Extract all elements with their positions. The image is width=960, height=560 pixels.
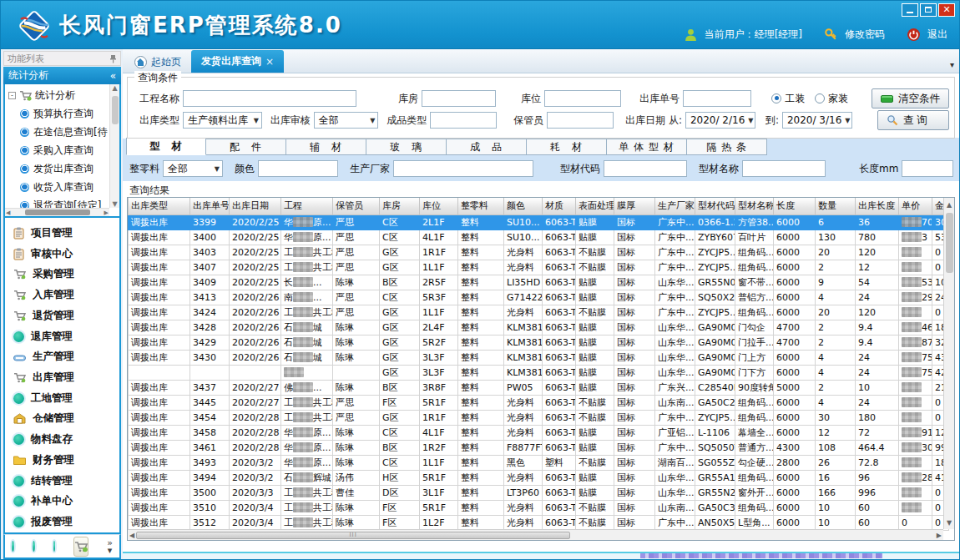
overflow-button[interactable]: »▾ — [107, 539, 113, 554]
color-input[interactable] — [258, 160, 338, 177]
tab-close-icon[interactable]: × — [265, 56, 274, 68]
scroll-left-icon[interactable]: ◀ — [6, 209, 10, 216]
column-header[interactable]: 出库日期 — [230, 198, 281, 214]
pin-icon[interactable] — [109, 54, 117, 63]
group-bar-statistics[interactable]: 统计分析 « — [3, 67, 121, 84]
sidebar-item-生产管理[interactable]: 生产管理 — [13, 346, 119, 367]
order-no-input[interactable] — [683, 90, 751, 107]
sidebar-item-出库管理[interactable]: 出库管理 — [13, 367, 119, 388]
table-row[interactable]: 调拨出库35122020/3/4工共工程陈琳F区1L2F整料光身料6063-T5… — [129, 515, 949, 530]
column-header[interactable]: 颜色 — [504, 198, 543, 214]
table-row[interactable]: 调拨出库34452020/2/27工共工程严思F区5R1F整料光身料6063-T… — [129, 395, 949, 410]
radio-gongzhuang[interactable]: 工装 — [771, 92, 805, 106]
table-row[interactable]: 调拨出库34242020/2/26工共工程严思G区1L1F整料光身料6063-T… — [129, 305, 949, 320]
table-row[interactable]: 调拨出库34072020/2/25工共工程严思G区1L1F整料光身料6063-T… — [129, 260, 949, 275]
tree-item[interactable]: 预算执行查询 — [8, 104, 109, 123]
sidebar-item-退库管理[interactable]: 退库管理 — [13, 326, 119, 347]
column-header[interactable]: 库房 — [380, 198, 420, 214]
scroll-up-icon[interactable]: ▲ — [947, 198, 952, 211]
table-row[interactable]: 调拨出库34372020/2/27佛...陈琳B区3R8F整料PW056063-… — [129, 380, 949, 395]
radio-jiazhuang[interactable]: 家装 — [815, 92, 848, 106]
sidebar-item-补单中心[interactable]: 补单中心 — [13, 492, 119, 512]
sidebar-item-结转管理[interactable]: 结转管理 — [13, 471, 119, 492]
minimize-button[interactable] — [902, 3, 918, 17]
tree-item[interactable]: 在途信息查询[待 — [8, 123, 109, 141]
material-tab-4[interactable]: 玻 璃 — [366, 139, 447, 155]
table-row[interactable]: 调拨出库33992020/2/25华原...严思C区2L1F整料SU10...6… — [129, 214, 949, 230]
logout-link[interactable]: 退出 — [927, 28, 947, 42]
outbound-type-select[interactable]: 生产领料出库▼ — [183, 112, 262, 129]
scroll-down-icon[interactable]: ▼ — [112, 200, 117, 208]
length-input[interactable] — [902, 160, 953, 177]
tree-root-statistics[interactable]: - 统计分析 — [8, 86, 109, 104]
tab-shipment-query[interactable]: 发货出库查询 × — [191, 50, 284, 73]
tabbar-dropdown-icon[interactable]: ▾ — [950, 60, 954, 69]
column-header[interactable]: 出库长度 — [856, 198, 899, 214]
table-row[interactable]: 调拨出库35002020/3/3工共工程曹佳D区3L1F整料LT3P606063… — [129, 485, 949, 500]
column-header[interactable]: 工程 — [281, 198, 333, 214]
table-row[interactable]: 调拨出库34132020/2/26南...严思C区5R3F整料G71422606… — [129, 290, 949, 305]
column-header[interactable]: 生产厂家 — [655, 198, 695, 214]
scroll-left-icon[interactable]: ◀ — [129, 532, 134, 539]
material-tab-6[interactable]: 耗 材 — [527, 139, 607, 155]
material-tab-1[interactable]: 型 材 — [126, 138, 206, 155]
table-row[interactable]: 调拨出库34002020/2/25华原...严思C区4L1F整料SU10...6… — [129, 230, 949, 245]
grid-horizontal-scrollbar[interactable]: ◀ III ▶ — [128, 529, 943, 540]
maximize-button[interactable] — [920, 3, 937, 17]
tree-item[interactable]: 采购入库查询 — [8, 141, 109, 159]
grid-vertical-scrollbar[interactable]: ▲ ▼ — [943, 198, 954, 529]
table-row[interactable]: 调拨出库34092020/2/25长...陈琳B区2R5F整料LI35HD606… — [129, 275, 949, 290]
scroll-right-icon[interactable]: ▶ — [104, 209, 109, 216]
column-header[interactable]: 长度 — [774, 198, 816, 214]
sidebar-item-退货管理[interactable]: 退货管理 — [13, 305, 119, 326]
scroll-down-icon[interactable]: ▼ — [947, 516, 952, 529]
profile-name-input[interactable] — [742, 160, 826, 177]
sidebar-item-报废管理[interactable]: 报废管理 — [13, 512, 119, 532]
material-tab-3[interactable]: 辅 材 — [286, 139, 366, 155]
date-to-picker[interactable]: 2020/ 3/16▼ — [782, 112, 852, 129]
table-row[interactable]: G区3L3F整料KLM38176063-T5贴膜国标山东华...GA90M09.… — [129, 365, 949, 380]
sidebar-item-审核中心[interactable]: 审核中心 — [13, 244, 119, 265]
sidebar-item-仓储管理[interactable]: 仓储管理 — [13, 409, 119, 430]
column-header[interactable]: 材质 — [543, 198, 576, 214]
material-tab-8[interactable]: 隔 热 条 — [687, 139, 767, 155]
keeper-input[interactable] — [547, 112, 614, 129]
footer-circle-icon[interactable] — [53, 541, 56, 552]
sidebar-item-财务管理[interactable]: 财务管理 — [13, 450, 119, 471]
sidebar-item-工地管理[interactable]: 工地管理 — [13, 388, 119, 409]
close-button[interactable]: ✕ — [938, 3, 955, 17]
column-header[interactable]: 单价 — [899, 198, 932, 214]
table-row[interactable]: 调拨出库34282020/2/26石城陈琳G区2L4F整料KLM38176063… — [129, 320, 949, 335]
change-password-link[interactable]: 修改密码 — [845, 28, 885, 42]
material-tab-5[interactable]: 成 品 — [447, 139, 527, 155]
warehouse-input[interactable] — [422, 90, 496, 107]
column-header[interactable]: 型材名称 — [735, 198, 774, 214]
column-header[interactable]: 库位 — [420, 198, 458, 214]
product-type-input[interactable] — [430, 112, 497, 129]
footer-cart-button[interactable] — [73, 537, 88, 557]
scroll-right-icon[interactable]: ▶ — [937, 532, 942, 539]
column-header[interactable]: 型材代码 — [695, 198, 735, 214]
table-row[interactable]: 调拨出库34032020/2/25工共工程严思G区1R1F整料光身料6063-T… — [129, 245, 949, 260]
footer-circle-icon[interactable] — [12, 541, 14, 552]
clear-conditions-button[interactable]: 清空条件 — [872, 88, 949, 108]
column-header[interactable]: 整零料 — [458, 198, 504, 214]
table-row[interactable]: 调拨出库34302020/2/26石城陈琳G区3L3F整料KLM38176063… — [129, 350, 949, 365]
audit-select[interactable]: 全部▼ — [314, 112, 379, 129]
collapse-icon[interactable]: « — [110, 70, 116, 82]
table-row[interactable]: 调拨出库34542020/2/28工共工程严思G区1R1F整料光身料6063-T… — [129, 410, 949, 425]
sidebar-item-物料盘存[interactable]: 物料盘存 — [13, 429, 119, 450]
table-row[interactable]: 调拨出库34582020/2/28华原...陈琳C区4L1F整料光身料6063-… — [129, 425, 949, 440]
project-name-input[interactable] — [183, 90, 356, 107]
tree-item[interactable]: 发货出库查询 — [8, 159, 109, 178]
material-tab-2[interactable]: 配 件 — [206, 139, 286, 155]
footer-circle-icon[interactable] — [33, 541, 35, 552]
sidebar-item-采购管理[interactable]: 采购管理 — [13, 264, 119, 285]
column-header[interactable]: 出库类型 — [129, 198, 190, 214]
scroll-up-icon[interactable]: ▲ — [112, 84, 117, 92]
factory-input[interactable] — [393, 160, 533, 177]
tree-vertical-scrollbar[interactable]: ▲ ▼ — [109, 84, 119, 208]
search-button[interactable]: 查 询 — [877, 110, 949, 130]
tree-expander-icon[interactable]: - — [8, 92, 16, 99]
column-header[interactable]: 数量 — [816, 198, 856, 214]
